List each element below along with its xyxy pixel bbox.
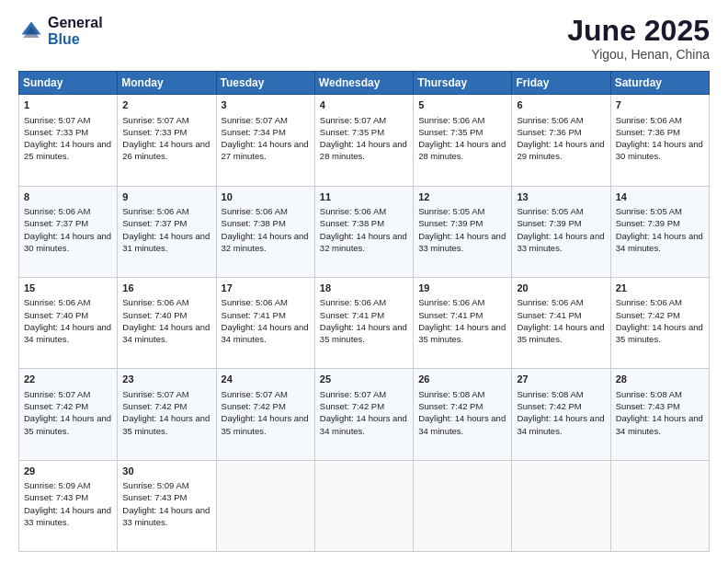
logo-blue-text: Blue <box>48 31 103 48</box>
header-wednesday: Wednesday <box>314 72 413 95</box>
week-row-1: 1 Sunrise: 5:07 AM Sunset: 7:33 PM Dayli… <box>19 95 710 186</box>
sunset-text: Sunset: 7:35 PM <box>418 127 483 137</box>
day-21: 21 Sunrise: 5:06 AM Sunset: 7:42 PM Dayl… <box>610 277 709 368</box>
logo: General Blue <box>18 15 103 47</box>
header-saturday: Saturday <box>610 72 709 95</box>
day-24: 24 Sunrise: 5:07 AM Sunset: 7:42 PM Dayl… <box>216 369 314 460</box>
daylight-text: Daylight: 14 hours and 30 minutes. <box>24 231 111 253</box>
daylight-text: Daylight: 14 hours and 33 minutes. <box>24 505 111 527</box>
day-number: 1 <box>24 98 112 112</box>
sunrise-text: Sunrise: 5:06 AM <box>517 297 583 307</box>
header: General Blue June 2025 Yigou, Henan, Chi… <box>18 15 710 62</box>
header-friday: Friday <box>512 72 610 95</box>
sunset-text: Sunset: 7:38 PM <box>320 218 384 228</box>
day-number: 23 <box>122 373 210 386</box>
main-title: June 2025 <box>567 15 710 47</box>
sunrise-text: Sunrise: 5:05 AM <box>616 206 682 216</box>
daylight-text: Daylight: 14 hours and 25 minutes. <box>24 139 111 161</box>
daylight-text: Daylight: 14 hours and 35 minutes. <box>517 322 604 344</box>
daylight-text: Daylight: 14 hours and 34 minutes. <box>418 413 506 435</box>
sunset-text: Sunset: 7:41 PM <box>517 310 581 320</box>
sunrise-text: Sunrise: 5:06 AM <box>320 297 386 307</box>
day-18: 18 Sunrise: 5:06 AM Sunset: 7:41 PM Dayl… <box>314 277 413 368</box>
day-26: 26 Sunrise: 5:08 AM Sunset: 7:42 PM Dayl… <box>414 369 512 460</box>
day-22: 22 Sunrise: 5:07 AM Sunset: 7:42 PM Dayl… <box>19 369 118 460</box>
sunset-text: Sunset: 7:36 PM <box>517 127 581 137</box>
header-tuesday: Tuesday <box>216 72 314 95</box>
day-number: 9 <box>122 190 210 204</box>
day-12: 12 Sunrise: 5:05 AM Sunset: 7:39 PM Dayl… <box>414 186 512 277</box>
day-number: 13 <box>517 190 605 204</box>
day-28: 28 Sunrise: 5:08 AM Sunset: 7:43 PM Dayl… <box>610 369 709 460</box>
day-2: 2 Sunrise: 5:07 AM Sunset: 7:33 PM Dayli… <box>118 95 216 186</box>
daylight-text: Daylight: 14 hours and 34 minutes. <box>616 231 703 253</box>
week-row-3: 15 Sunrise: 5:06 AM Sunset: 7:40 PM Dayl… <box>19 277 710 368</box>
day-7: 7 Sunrise: 5:06 AM Sunset: 7:36 PM Dayli… <box>610 95 709 186</box>
day-number: 11 <box>320 190 408 204</box>
sunrise-text: Sunrise: 5:07 AM <box>122 115 188 125</box>
sunrise-text: Sunrise: 5:06 AM <box>616 115 682 125</box>
day-30: 30 Sunrise: 5:09 AM Sunset: 7:43 PM Dayl… <box>118 460 216 551</box>
day-9: 9 Sunrise: 5:06 AM Sunset: 7:37 PM Dayli… <box>118 186 216 277</box>
sunrise-text: Sunrise: 5:06 AM <box>320 206 386 216</box>
daylight-text: Daylight: 14 hours and 35 minutes. <box>122 413 210 435</box>
sunrise-text: Sunrise: 5:06 AM <box>418 115 484 125</box>
sunrise-text: Sunrise: 5:07 AM <box>122 389 188 399</box>
empty-cell <box>216 460 314 551</box>
day-17: 17 Sunrise: 5:06 AM Sunset: 7:41 PM Dayl… <box>216 277 314 368</box>
sunset-text: Sunset: 7:42 PM <box>616 310 680 320</box>
day-number: 21 <box>616 282 704 295</box>
sunset-text: Sunset: 7:39 PM <box>616 218 680 228</box>
logo-icon <box>18 18 44 44</box>
sunset-text: Sunset: 7:42 PM <box>122 401 187 411</box>
day-number: 15 <box>24 282 112 295</box>
day-3: 3 Sunrise: 5:07 AM Sunset: 7:34 PM Dayli… <box>216 95 314 186</box>
daylight-text: Daylight: 14 hours and 35 minutes. <box>320 322 407 344</box>
daylight-text: Daylight: 14 hours and 34 minutes. <box>616 413 703 435</box>
sunrise-text: Sunrise: 5:07 AM <box>320 115 386 125</box>
sunset-text: Sunset: 7:42 PM <box>418 401 483 411</box>
day-number: 22 <box>24 373 112 386</box>
day-number: 12 <box>418 190 506 204</box>
sunset-text: Sunset: 7:43 PM <box>24 492 88 502</box>
sunset-text: Sunset: 7:33 PM <box>122 127 187 137</box>
daylight-text: Daylight: 14 hours and 32 minutes. <box>222 231 309 253</box>
day-14: 14 Sunrise: 5:05 AM Sunset: 7:39 PM Dayl… <box>610 186 709 277</box>
day-5: 5 Sunrise: 5:06 AM Sunset: 7:35 PM Dayli… <box>414 95 512 186</box>
sunset-text: Sunset: 7:43 PM <box>616 401 680 411</box>
week-row-2: 8 Sunrise: 5:06 AM Sunset: 7:37 PM Dayli… <box>19 186 710 277</box>
sunset-text: Sunset: 7:37 PM <box>24 218 88 228</box>
daylight-text: Daylight: 14 hours and 31 minutes. <box>122 231 210 253</box>
week-row-4: 22 Sunrise: 5:07 AM Sunset: 7:42 PM Dayl… <box>19 369 710 460</box>
header-monday: Monday <box>118 72 216 95</box>
day-number: 24 <box>222 373 310 386</box>
day-number: 7 <box>616 98 704 112</box>
sunset-text: Sunset: 7:42 PM <box>517 401 581 411</box>
day-number: 29 <box>24 465 112 478</box>
title-block: June 2025 Yigou, Henan, China <box>567 15 710 62</box>
day-number: 27 <box>517 373 605 386</box>
day-8: 8 Sunrise: 5:06 AM Sunset: 7:37 PM Dayli… <box>19 186 118 277</box>
sunrise-text: Sunrise: 5:09 AM <box>24 480 90 490</box>
day-number: 20 <box>517 282 605 295</box>
day-29: 29 Sunrise: 5:09 AM Sunset: 7:43 PM Dayl… <box>19 460 118 551</box>
sunset-text: Sunset: 7:41 PM <box>222 310 286 320</box>
daylight-text: Daylight: 14 hours and 34 minutes. <box>222 322 309 344</box>
sunrise-text: Sunrise: 5:07 AM <box>24 389 90 399</box>
sunset-text: Sunset: 7:40 PM <box>24 310 88 320</box>
day-25: 25 Sunrise: 5:07 AM Sunset: 7:42 PM Dayl… <box>314 369 413 460</box>
daylight-text: Daylight: 14 hours and 28 minutes. <box>418 139 506 161</box>
daylight-text: Daylight: 14 hours and 34 minutes. <box>24 322 111 344</box>
day-27: 27 Sunrise: 5:08 AM Sunset: 7:42 PM Dayl… <box>512 369 610 460</box>
day-13: 13 Sunrise: 5:05 AM Sunset: 7:39 PM Dayl… <box>512 186 610 277</box>
daylight-text: Daylight: 14 hours and 34 minutes. <box>122 322 210 344</box>
logo-general-text: General <box>48 15 103 31</box>
day-16: 16 Sunrise: 5:06 AM Sunset: 7:40 PM Dayl… <box>118 277 216 368</box>
sunrise-text: Sunrise: 5:06 AM <box>24 297 90 307</box>
header-sunday: Sunday <box>19 72 118 95</box>
sunset-text: Sunset: 7:42 PM <box>222 401 286 411</box>
sunset-text: Sunset: 7:42 PM <box>320 401 384 411</box>
sunset-text: Sunset: 7:34 PM <box>222 127 286 137</box>
daylight-text: Daylight: 14 hours and 33 minutes. <box>517 231 604 253</box>
daylight-text: Daylight: 14 hours and 35 minutes. <box>222 413 309 435</box>
